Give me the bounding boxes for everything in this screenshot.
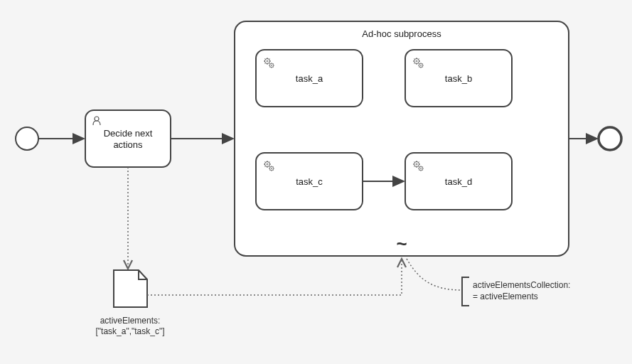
association-to-annotation — [407, 259, 462, 290]
ad-hoc-marker: ~ — [396, 233, 407, 255]
subprocess-title: Ad-hoc subprocess — [362, 28, 441, 39]
ad-hoc-subprocess: Ad-hoc subprocess task_a task_b task_c t… — [235, 21, 569, 256]
svg-point-11 — [16, 127, 38, 150]
task-a-label: task_a — [296, 73, 323, 84]
service-task-d: task_d — [405, 153, 512, 210]
end-event — [599, 127, 621, 150]
data-object-value: ["task_a","task_c"] — [95, 326, 164, 336]
text-annotation: activeElementsCollection: = activeElemen… — [462, 277, 570, 306]
user-task-decide-next-actions: Decide nextactions — [85, 110, 171, 167]
task-b-label: task_b — [445, 73, 472, 84]
data-association-data-to-subprocess — [147, 259, 402, 295]
data-object-active-elements: activeElements: ["task_a","task_c"] — [95, 270, 164, 336]
annotation-line2: = activeElements — [473, 291, 538, 301]
start-event — [16, 127, 38, 150]
data-object-name: activeElements: — [100, 316, 161, 326]
task-c-label: task_c — [296, 176, 323, 187]
service-task-b: task_b — [405, 50, 512, 107]
svg-point-19 — [599, 127, 621, 150]
service-task-a: task_a — [256, 50, 363, 107]
service-task-c: task_c — [256, 153, 363, 210]
svg-rect-12 — [85, 110, 171, 167]
task-d-label: task_d — [445, 176, 472, 187]
annotation-line1: activeElementsCollection: — [473, 280, 570, 290]
